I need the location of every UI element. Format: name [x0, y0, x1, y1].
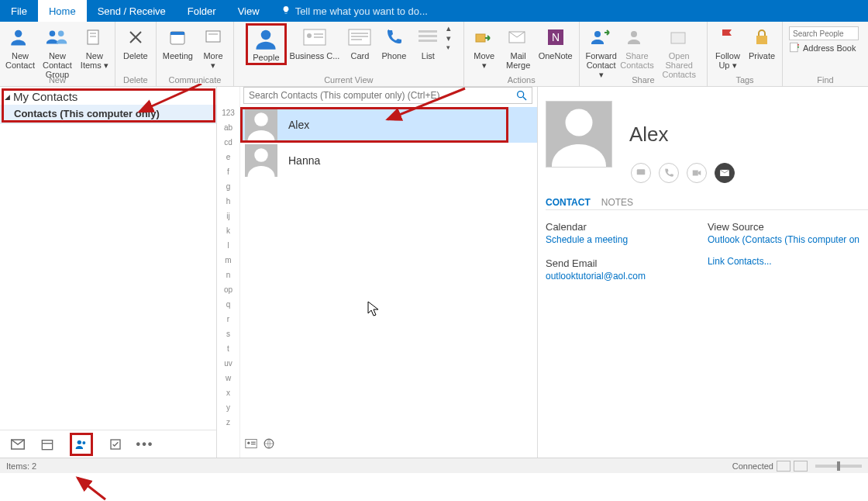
svg-rect-14 — [314, 36, 323, 38]
tasks-nav-icon[interactable] — [108, 437, 122, 451]
new-contact-icon — [8, 25, 33, 50]
az-f[interactable]: f — [217, 168, 239, 182]
svg-point-50 — [566, 109, 593, 136]
ribbon-group-tags-label: Tags — [735, 75, 753, 86]
az-w[interactable]: w — [217, 374, 239, 389]
menu-send-receive[interactable]: Send / Receive — [87, 0, 177, 22]
view-source-link[interactable]: Outlook (Contacts (This computer on — [708, 234, 859, 245]
contact-email-link[interactable]: outlooktutorial@aol.com — [546, 271, 646, 282]
svg-point-38 — [82, 441, 85, 444]
az-h[interactable]: h — [217, 197, 239, 212]
view-business-card-button[interactable]: Business C... — [287, 23, 343, 60]
new-items-button[interactable]: New Items ▾ — [78, 23, 112, 70]
more-communicate-button[interactable]: More ▾ — [196, 23, 230, 70]
mail-nav-icon[interactable] — [11, 437, 25, 451]
az-t[interactable]: t — [217, 344, 239, 359]
contact-detail-name: Alex — [629, 123, 669, 147]
meeting-button[interactable]: Meeting — [160, 23, 196, 60]
gallery-up-icon[interactable]: ▴ — [446, 23, 451, 33]
list-icon — [415, 25, 440, 50]
gallery-more-icon[interactable]: ▾ — [446, 43, 451, 51]
az-s[interactable]: s — [217, 330, 239, 344]
card-view-icon[interactable] — [245, 438, 257, 452]
delete-button[interactable]: Delete — [119, 23, 153, 60]
people-nav-icon[interactable] — [70, 433, 93, 456]
new-contact-button[interactable]: New Contact — [3, 23, 37, 70]
view-normal-icon[interactable] — [777, 461, 790, 472]
calendar-nav-icon[interactable] — [40, 437, 54, 451]
az-123[interactable]: 123 — [217, 109, 239, 123]
az-q[interactable]: q — [217, 300, 239, 315]
ribbon-group-actions: Move ▾ Mail Merge N OneNote Actions — [464, 22, 580, 86]
az-e[interactable]: e — [217, 153, 239, 168]
svg-rect-29 — [756, 36, 767, 44]
video-action-icon[interactable] — [687, 163, 707, 183]
menu-folder[interactable]: Folder — [177, 0, 227, 22]
ribbon-group-new-label: New — [49, 75, 66, 86]
menu-home[interactable]: Home — [38, 0, 87, 22]
az-op[interactable]: op — [217, 285, 239, 300]
az-y[interactable]: y — [217, 403, 239, 418]
ribbon-group-communicate-label: Communicate — [168, 75, 221, 86]
contact-row-alex[interactable]: Alex — [240, 107, 537, 143]
flag-icon — [715, 25, 740, 50]
follow-up-button[interactable]: Follow Up ▾ — [711, 23, 745, 70]
avatar-icon — [245, 144, 277, 177]
chat-action-icon[interactable] — [631, 163, 651, 183]
link-contacts-link[interactable]: Link Contacts... — [708, 256, 859, 267]
move-button[interactable]: Move ▾ — [467, 23, 501, 70]
view-people-button[interactable]: People — [246, 23, 286, 65]
call-action-icon[interactable] — [659, 163, 679, 183]
az-uv[interactable]: uv — [217, 359, 239, 374]
az-cd[interactable]: cd — [217, 138, 239, 153]
az-ab[interactable]: ab — [217, 123, 239, 138]
tell-me-text: Tell me what you want to do... — [295, 5, 428, 17]
az-x[interactable]: x — [217, 389, 239, 403]
forward-contact-icon — [589, 25, 614, 50]
address-book-button[interactable]: Address Book — [789, 42, 859, 54]
open-shared-contacts-button[interactable]: Open Shared Contacts — [654, 23, 704, 79]
svg-rect-52 — [693, 171, 698, 176]
collapse-triangle-icon: ◢ — [5, 93, 10, 101]
globe-icon[interactable] — [264, 438, 274, 452]
more-nav-icon[interactable]: ••• — [138, 437, 152, 451]
forward-contact-button[interactable]: Forward Contact ▾ — [583, 23, 620, 79]
my-contacts-header[interactable]: ◢ My Contacts — [0, 87, 216, 105]
contact-row-hanna[interactable]: Hanna — [240, 143, 537, 178]
schedule-meeting-link[interactable]: Schedule a meeting — [546, 234, 646, 245]
view-phone-button[interactable]: Phone — [377, 23, 411, 60]
view-source-heading: View Source — [708, 221, 859, 233]
az-m[interactable]: m — [217, 256, 239, 271]
search-people-input[interactable] — [789, 26, 859, 40]
gallery-down-icon[interactable]: ▾ — [446, 33, 451, 43]
zoom-slider[interactable] — [815, 465, 862, 468]
menu-file[interactable]: File — [0, 0, 38, 22]
tell-me-search[interactable]: Tell me what you want to do... — [270, 0, 428, 22]
onenote-button[interactable]: N OneNote — [536, 23, 576, 60]
az-r[interactable]: r — [217, 315, 239, 330]
view-card-button[interactable]: Card — [343, 23, 377, 60]
az-z[interactable]: z — [217, 418, 239, 433]
email-action-icon[interactable] — [715, 163, 735, 183]
az-l[interactable]: l — [217, 241, 239, 256]
view-list-button[interactable]: List — [411, 23, 445, 60]
card-icon — [347, 25, 372, 50]
private-button[interactable]: Private — [745, 23, 779, 60]
mail-merge-button[interactable]: Mail Merge — [501, 23, 536, 70]
tab-contact[interactable]: CONTACT — [546, 197, 591, 208]
az-ij[interactable]: ij — [217, 212, 239, 226]
mail-merge-icon — [506, 25, 531, 50]
calendar-heading: Calendar — [546, 221, 646, 233]
delete-icon — [123, 25, 148, 50]
contacts-folder-item[interactable]: Contacts (This computer only) — [0, 105, 216, 124]
az-n[interactable]: n — [217, 271, 239, 285]
tab-notes[interactable]: NOTES — [601, 197, 633, 208]
view-reading-icon[interactable] — [794, 461, 808, 472]
ribbon-group-delete-label: Delete — [123, 75, 148, 86]
new-contact-group-button[interactable]: New Contact Group — [37, 23, 78, 79]
share-contacts-button[interactable]: Share Contacts — [620, 23, 655, 70]
az-g[interactable]: g — [217, 182, 239, 197]
az-k[interactable]: k — [217, 226, 239, 241]
menu-view[interactable]: View — [227, 0, 270, 22]
ribbon-group-actions-label: Actions — [508, 75, 536, 86]
